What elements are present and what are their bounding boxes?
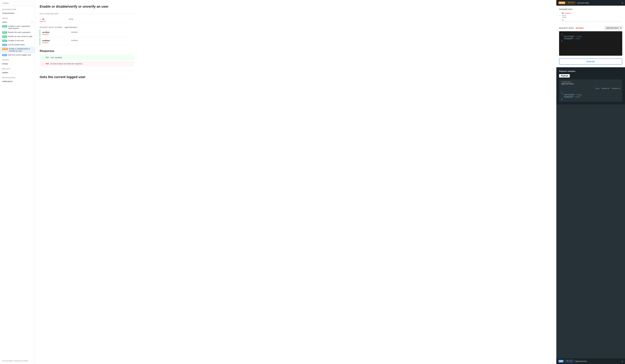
- sidebar-item-reset-password[interactable]: POST Resets the user's password: [0, 30, 35, 34]
- collapse-all-button[interactable]: Collapse all: [611, 88, 620, 89]
- endpoint-header-get: GET TRY OUT /api/users/me ▾: [556, 358, 625, 364]
- chevron-down-icon[interactable]: ▾: [622, 2, 623, 4]
- search-wrap: [0, 0, 35, 6]
- redoc-link[interactable]: Documentation Powered by ReDoc: [2, 360, 28, 362]
- param-verified-type: boolean: [71, 31, 78, 33]
- chevron-down-icon[interactable]: ▾: [622, 360, 623, 363]
- post-badge: POST: [2, 40, 7, 42]
- sidebar-item-users[interactable]: users ▼: [0, 20, 35, 24]
- body-param-verified: verified required boolean: [40, 30, 134, 37]
- response-400[interactable]: — 400 id and at least one field are requ…: [40, 61, 134, 66]
- tryout-get-button[interactable]: TRY OUT: [565, 360, 574, 363]
- param-enabled-type: boolean: [71, 39, 78, 41]
- main-content: Enable or disable/verify or unverify an …: [35, 0, 556, 364]
- try-panel: PARAMETERS — id required string (path) R…: [556, 6, 625, 67]
- right-panel: PATCH TRY OUT /api/users/{id} ▾ PARAMETE…: [556, 0, 625, 364]
- param-verified-required: required: [42, 33, 68, 35]
- sidebar-item-setups-label: setups: [2, 62, 8, 65]
- response-desc-201: user updated: [51, 56, 62, 59]
- toggle-arrow-icon: —: [42, 57, 43, 59]
- param-id-type-label: string: [562, 14, 622, 16]
- sidebar-item-notifications[interactable]: notifications ›: [0, 79, 35, 84]
- search-input[interactable]: [1, 1, 33, 5]
- section-label-setups: SETUPS: [0, 57, 35, 61]
- param-id-label: id: [42, 18, 44, 20]
- response-desc-400: id and at least one field are required: [51, 62, 82, 65]
- response-code-400: 400: [46, 62, 49, 65]
- sidebar-item-get-current-user[interactable]: GET Gets the current logged user: [0, 53, 35, 57]
- param-left-id: — id required: [40, 18, 66, 22]
- sidebar-item-wallets[interactable]: wallets ›: [0, 70, 35, 75]
- sidebar-sub-items-users: POST Creates a new 's password reset req…: [0, 24, 35, 57]
- response-code-201: 201: [46, 56, 49, 59]
- request-body-label: REQUEST BODY: [559, 27, 574, 29]
- sidebar-item-label: Verifies an user email as valid: [8, 35, 32, 37]
- get-badge: GET: [2, 54, 7, 56]
- execute-button[interactable]: Execute: [559, 59, 622, 64]
- body-schema-row: REQUEST BODY SCHEMA: application/json: [40, 26, 134, 28]
- copy-button[interactable]: Copy: [595, 88, 599, 89]
- parameters-section-title: PARAMETERS: [559, 8, 622, 10]
- sidebar-item-authentication[interactable]: Authentication: [0, 11, 35, 15]
- sidebar-item-create-user[interactable]: POST Creates a new user: [0, 39, 35, 43]
- section-label-authorization: AUTHORIZATION: [0, 6, 35, 11]
- sidebar-item-label: Creates a new user: [8, 39, 24, 42]
- param-id-required-label: required: [564, 12, 571, 14]
- post-badge: POST: [2, 35, 7, 38]
- request-body-editor[interactable]: { "verified": true, "enabled": true }: [559, 31, 622, 56]
- content-type-label: Content type: [561, 81, 620, 83]
- request-body-required-badge: REQUIRED: [576, 27, 584, 29]
- content-type-select[interactable]: application/json: [604, 26, 622, 30]
- section-label-users: USERS: [0, 15, 35, 20]
- sample-actions: Copy Expand all Collapse all: [559, 87, 622, 90]
- sidebar: AUTHORIZATION Authentication USERS users…: [0, 0, 35, 364]
- sidebar-item-verify-email[interactable]: POST Verifies an user email as valid: [0, 34, 35, 39]
- param-id-field-group: — id required string (path): [559, 12, 622, 24]
- content-type-value: application/json: [561, 83, 620, 85]
- path-params-section: PATH PARAMETERS: [40, 13, 134, 15]
- sidebar-item-label: Gets the current logged user: [8, 54, 31, 56]
- param-row-id: — id required string: [40, 16, 134, 24]
- sidebar-footer: Documentation Powered by ReDoc: [0, 358, 35, 364]
- body-param-enabled: enabled required boolean: [40, 38, 134, 45]
- content-area: Enable or disable/verify or unverify an …: [35, 0, 139, 92]
- endpoint-path: /api/users/{id}: [577, 2, 621, 4]
- responses-title: Responses: [40, 49, 134, 53]
- param-id-field-label: id: [562, 12, 564, 14]
- chevron-right-icon: ›: [32, 63, 33, 64]
- expand-all-button[interactable]: Expand all: [601, 88, 609, 89]
- tryout-button[interactable]: TRY OUT: [566, 1, 576, 4]
- sidebar-item-notifications-label: notifications: [2, 80, 13, 83]
- sidebar-item-wallets-label: wallets: [2, 71, 8, 74]
- toggle-arrow-icon: —: [42, 63, 43, 65]
- sample-header: Content type application/json: [559, 79, 622, 87]
- sidebar-item-list-users[interactable]: GET List all created users: [0, 43, 35, 47]
- get-method-badge: GET: [559, 360, 563, 363]
- bottom-page-title: Gets the current logged user: [40, 75, 134, 79]
- param-id-type: string: [69, 18, 73, 20]
- sidebar-item-label: List all created users: [8, 44, 25, 46]
- post-badge: POST: [2, 31, 7, 33]
- payload-tab[interactable]: Payload: [559, 74, 570, 78]
- sidebar-item-create-password-reset[interactable]: POST Creates a new 's password reset req…: [0, 24, 35, 30]
- param-id-input[interactable]: [562, 18, 622, 22]
- param-id-field-row: id required string (path): [562, 12, 622, 22]
- sidebar-item-setups[interactable]: setups ›: [0, 61, 35, 66]
- response-201[interactable]: — 201 user updated: [40, 55, 134, 60]
- param-id-required: required: [40, 20, 66, 22]
- param-id-path-label: (path): [562, 16, 622, 18]
- chevron-down-icon: ▼: [31, 21, 33, 23]
- endpoint-header-patch: PATCH TRY OUT /api/users/{id} ▾: [556, 0, 625, 6]
- request-body-header: REQUEST BODY REQUIRED application/json: [559, 26, 622, 30]
- param-enabled-required: required: [42, 42, 68, 43]
- param-name-verified: verified: [42, 31, 68, 33]
- sample-code: { "verified": true, "enabled": true }: [559, 90, 622, 102]
- patch-badge: PATCH: [2, 48, 8, 50]
- sidebar-item-label: Creates a new 's password reset request: [8, 25, 33, 30]
- sample-box: Content type application/json Copy Expan…: [559, 79, 622, 102]
- section-label-wallets: WALLETS: [0, 66, 35, 70]
- sidebar-item-label: Enable or disable/verify or unverify an …: [9, 48, 33, 52]
- param-id-header: id required: [562, 12, 622, 14]
- sidebar-item-enable-disable-user[interactable]: PATCH Enable or disable/verify or unveri…: [0, 47, 35, 53]
- request-body-label-group: REQUEST BODY REQUIRED: [559, 27, 584, 29]
